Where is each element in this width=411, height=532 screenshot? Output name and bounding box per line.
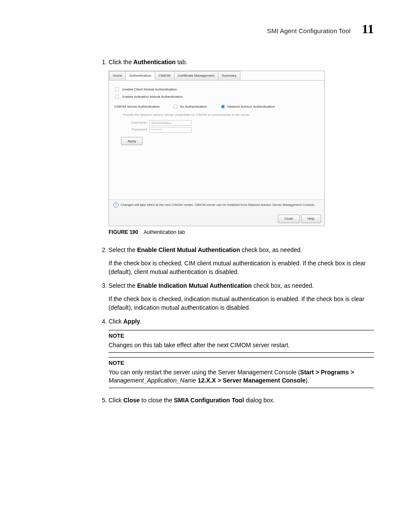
- step1-pre: Click the: [109, 59, 134, 65]
- step5-mid: to close the: [140, 397, 174, 404]
- enable-client-mutual-auth-checkbox[interactable]: [115, 87, 119, 92]
- step1-post: tab.: [176, 59, 187, 65]
- step-5: Click Close to close the SMIA Configurat…: [109, 396, 374, 404]
- step2-body: If the check box is checked, CIM client …: [109, 259, 374, 277]
- step5-pre: Click: [109, 397, 123, 404]
- note-2-body: You can only restart the server using th…: [109, 368, 374, 385]
- figure-caption: FIGURE 190 Authentication tab: [109, 229, 374, 236]
- note2-c: Management_Application_Name: [109, 377, 196, 384]
- step2-pre: Select the: [109, 246, 137, 253]
- shot-footer-note: i Changes will take effect at the next C…: [109, 199, 324, 210]
- note-1-body: Changes on this tab take effect after th…: [109, 341, 374, 350]
- network-advisor-auth-text: Network Advisor Authentication: [227, 104, 275, 109]
- step4-post: .: [140, 318, 142, 325]
- step4-bold: Apply: [123, 318, 140, 325]
- no-auth-radio-label[interactable]: No Authentication: [173, 104, 207, 109]
- shot-body: Enable Client Mutual Authentication Enab…: [109, 81, 324, 199]
- credentials-hint: Provide the Network Advisor Server crede…: [123, 113, 269, 118]
- info-icon: i: [113, 202, 118, 208]
- figure-label: FIGURE 190: [109, 229, 138, 235]
- password-input[interactable]: [149, 127, 192, 133]
- note-1-head: NOTE: [109, 332, 374, 340]
- step5-b1: Close: [123, 397, 140, 404]
- step2-post: check box, as needed.: [240, 246, 302, 253]
- step-3: Select the Enable Indication Mutual Auth…: [109, 281, 374, 312]
- note2-d: 12.X.X > Server Management Console: [196, 377, 305, 384]
- network-advisor-auth-radio-label[interactable]: Network Advisor Authentication: [220, 104, 275, 109]
- authentication-tab-screenshot: Home Authentication CIMOM Certificate Ma…: [109, 71, 325, 226]
- enable-indication-mutual-auth-checkbox[interactable]: [115, 95, 119, 99]
- step-4: Click Apply. NOTE Changes on this tab ta…: [109, 317, 374, 388]
- step-list: Click the Authentication tab. Home Authe…: [97, 58, 374, 404]
- tab-cert-management[interactable]: Certificate Management: [174, 71, 218, 80]
- step5-b2: SMIA Configuration Tool: [174, 397, 244, 404]
- shot-footer-text: Changes will take effect at the next CIM…: [121, 203, 315, 208]
- help-button[interactable]: Help: [301, 215, 321, 223]
- step5-post: dialog box.: [244, 397, 275, 404]
- username-input[interactable]: [149, 120, 192, 126]
- step1-bold: Authentication: [134, 59, 176, 65]
- cimom-auth-label: CIMOM Server Authentication: [114, 104, 160, 109]
- no-auth-text: No Authentication: [180, 104, 207, 109]
- step-2: Select the Enable Client Mutual Authenti…: [109, 246, 374, 276]
- step2-bold: Enable Client Mutual Authentication: [137, 246, 240, 253]
- tab-cimom[interactable]: CIMOM: [155, 71, 174, 80]
- step3-pre: Select the: [109, 282, 137, 289]
- step3-body: If the check box is checked, indication …: [109, 295, 374, 312]
- note-2: NOTE You can only restart the server usi…: [109, 357, 374, 388]
- apply-button[interactable]: Apply: [121, 137, 143, 146]
- note2-a: You can only restart the server using th…: [109, 369, 300, 376]
- note2-b: Start > Programs >: [300, 369, 354, 376]
- content-area: Click the Authentication tab. Home Authe…: [97, 58, 374, 404]
- note-2-head: NOTE: [109, 359, 374, 367]
- password-label: Password: [123, 127, 147, 132]
- note-1: NOTE Changes on this tab take effect aft…: [109, 330, 374, 352]
- running-header: SMI Agent Configuration Tool 11: [37, 22, 374, 36]
- step3-bold: Enable Indication Mutual Authentication: [137, 282, 252, 289]
- close-button[interactable]: Close: [278, 215, 299, 223]
- tab-summary[interactable]: Summary: [218, 71, 240, 80]
- network-advisor-auth-radio[interactable]: [221, 105, 225, 109]
- page: SMI Agent Configuration Tool 11 Click th…: [0, 0, 411, 532]
- no-auth-radio[interactable]: [173, 105, 177, 109]
- chk2-label: Enable Indication Mutual Authentication: [122, 94, 183, 100]
- chk1-label: Enable Client Mutual Authentication: [122, 87, 177, 92]
- step-1: Click the Authentication tab. Home Authe…: [109, 58, 374, 236]
- step4-pre: Click: [109, 318, 123, 325]
- header-title: SMI Agent Configuration Tool: [267, 27, 351, 34]
- tab-authentication[interactable]: Authentication: [125, 71, 155, 80]
- header-page-number: 11: [362, 22, 374, 36]
- shot-tabstrip: Home Authentication CIMOM Certificate Ma…: [109, 71, 324, 81]
- figure-text: Authentication tab: [143, 229, 185, 235]
- step3-post: check box, as needed.: [252, 282, 314, 289]
- tab-home[interactable]: Home: [109, 71, 126, 80]
- credentials-block: Provide the Network Advisor Server crede…: [123, 113, 269, 133]
- username-label: Username: [123, 120, 147, 125]
- note2-e: ).: [305, 377, 309, 384]
